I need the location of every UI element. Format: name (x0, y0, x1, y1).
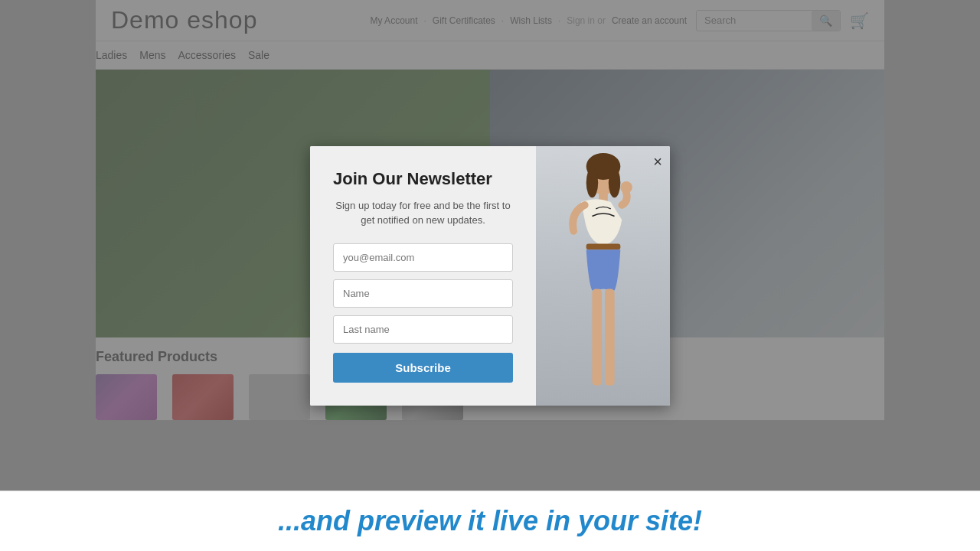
name-field[interactable] (333, 279, 513, 308)
preview-bar: ...and preview it live in your site! (0, 491, 980, 551)
modal-title: Join Our Newsletter (333, 169, 513, 189)
modal-left: Join Our Newsletter Sign up today for fr… (310, 146, 536, 406)
svg-point-5 (620, 181, 632, 193)
preview-text: ...and preview it live in your site! (278, 505, 702, 536)
email-field[interactable] (333, 243, 513, 272)
subscribe-button[interactable]: Subscribe (333, 353, 513, 383)
svg-rect-6 (586, 243, 620, 249)
svg-point-3 (608, 168, 620, 197)
modal-right-figure (536, 146, 670, 406)
modal-overlay: Join Our Newsletter Sign up today for fr… (0, 0, 980, 551)
svg-point-2 (586, 168, 598, 197)
svg-rect-8 (604, 289, 614, 385)
modal-close-button[interactable]: × (653, 154, 662, 169)
modal-description: Sign up today for free and be the first … (333, 198, 513, 228)
newsletter-modal: Join Our Newsletter Sign up today for fr… (310, 146, 670, 406)
modal-form: Subscribe (333, 243, 513, 383)
figure-svg (554, 153, 653, 406)
svg-rect-7 (592, 289, 602, 385)
lastname-field[interactable] (333, 315, 513, 344)
